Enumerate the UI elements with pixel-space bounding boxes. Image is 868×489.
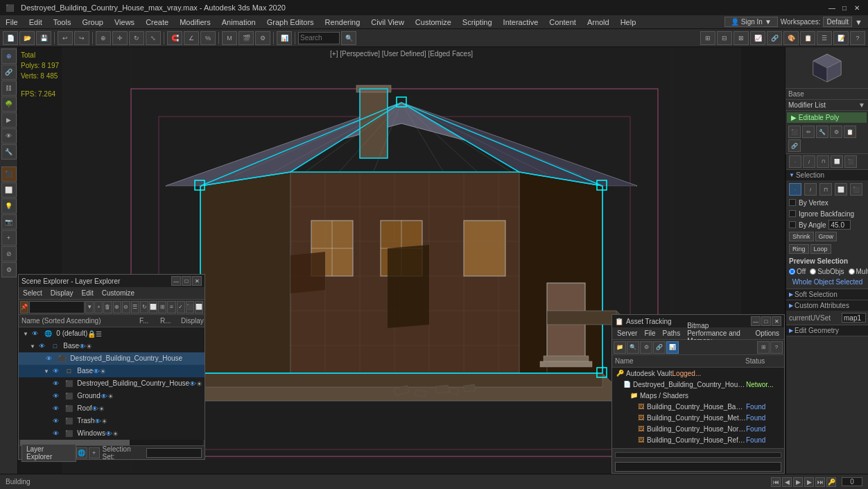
sel-border-btn[interactable]: ⊓ [819,183,832,196]
create-light-tool[interactable]: 💡 [1,198,17,214]
ap-minimize-btn[interactable]: — [751,316,761,326]
create-system-tool[interactable]: ⚙ [1,262,17,277]
select-tool[interactable]: ⊕ [1,49,17,64]
track-view-btn[interactable]: 📈 [750,31,765,45]
ap-row-maxfile[interactable]: 📄 Destroyed_Building_Country_House_max_v… [612,379,784,390]
currentuvset-input[interactable] [842,313,866,323]
ap-row-normal[interactable]: 🖼 Building_Country_House_Normal.png Foun… [612,423,784,434]
se-new-layer-btn[interactable]: + [94,301,103,314]
snap-btn[interactable]: 🧲 [167,31,182,45]
move-btn[interactable]: ✛ [112,31,128,45]
se-remove-btn[interactable]: ⊖ [122,301,130,314]
soft-selection-header[interactable]: ▶ Soft Selection [786,289,868,300]
se-menu-display[interactable]: Display [46,289,78,297]
se-eye2-base-child[interactable]: 👁 [93,368,100,375]
se-footer-layer-btn[interactable]: 🌐 [76,447,87,458]
ap-btn-5-active[interactable]: 📊 [666,341,679,354]
ap-btn-2[interactable]: 🔍 [627,341,639,354]
rp-icon-5[interactable]: 📋 [844,126,856,138]
schematic-btn[interactable]: 🔗 [767,31,782,45]
se-expand-0default[interactable]: ▼ [23,331,28,337]
se-eye2-roof[interactable]: 👁 [92,405,98,413]
se-option3-btn[interactable]: ≡ [167,301,175,314]
rp-icon-2[interactable]: ✏ [802,126,815,138]
rp-icon-1[interactable]: ⬛ [788,126,801,138]
rotate-btn[interactable]: ↻ [129,31,144,45]
se-delete-btn[interactable]: 🗑 [103,301,112,314]
edit-geometry-header[interactable]: ▶ Edit Geometry [786,325,868,336]
modifier-entry[interactable]: ▶ Editable Poly [787,112,867,123]
se-eye-0default[interactable]: 👁 [31,329,40,338]
link-tool[interactable]: 🔗 [1,65,17,80]
loop-btn[interactable]: Loop [810,244,831,254]
minimize-button[interactable]: — [826,2,837,13]
menu-graph-editors[interactable]: Graph Editors [261,15,320,29]
se-eye2-ground[interactable]: 👁 [101,393,107,400]
se-row-destroyed2[interactable]: 👁 ⬛ Destroyed_Building_Country_House 👁 ☀ [19,377,205,390]
se-option4-btn[interactable]: ✓ [177,301,185,314]
ap-row-maps[interactable]: 📁 Maps / Shaders [612,390,784,401]
ap-menu-server[interactable]: Server [614,329,641,337]
color-clipboard-btn[interactable]: 🎨 [783,31,799,45]
save-btn[interactable]: 💾 [36,31,51,45]
by-angle-checkbox[interactable] [789,221,796,228]
se-row-base-child[interactable]: ▼ 👁 □ Base 👁 ☀ [19,365,205,377]
menu-create[interactable]: Create [140,15,174,29]
ap-btn-help[interactable]: ? [770,341,783,354]
ignore-backfacing-checkbox[interactable] [789,210,796,217]
ap-path-input[interactable] [615,462,781,472]
max-script-btn[interactable]: 📝 [833,31,849,45]
sel-vertex-btn[interactable]: · [789,183,801,196]
se-expand-base-child[interactable]: ▼ [44,368,49,375]
hierarchy-tool[interactable]: 🌳 [1,96,17,112]
modifier-list-dropdown[interactable]: ▼ [858,101,865,109]
menu-arnold[interactable]: Arnold [582,15,615,29]
se-menu-edit[interactable]: Edit [78,289,98,297]
se-footer-tab[interactable]: Layer Explorer [21,444,76,462]
se-selection-set-input[interactable] [146,448,202,458]
menu-tools[interactable]: Tools [48,15,77,29]
motion-tool[interactable]: ▶ [1,112,17,128]
se-option6-btn[interactable]: ⬜ [195,301,203,314]
percent-snap-btn[interactable]: % [200,31,216,45]
se-search-field[interactable] [29,301,85,314]
preview-multi-radio[interactable] [849,268,855,275]
se-maximize-btn[interactable]: □ [182,276,191,286]
ap-btn-expand[interactable]: ⊞ [757,341,770,354]
menu-customize[interactable]: Customize [410,15,457,29]
angle-input[interactable] [828,220,851,230]
search-input[interactable] [298,32,340,44]
display-tool[interactable]: 👁 [1,128,17,144]
se-sync-btn[interactable]: ↻ [140,301,148,314]
rp-icon-3[interactable]: 🔧 [816,126,828,138]
menu-civil-view[interactable]: Civil View [365,15,409,29]
se-eye-destroyed[interactable]: 👁 [44,354,54,363]
se-row-destroyed[interactable]: 👁 ⬛ Destroyed_Building_Country_House [19,352,205,365]
sel-element-btn[interactable]: ⬛ [850,183,862,196]
anim-mode-btn[interactable]: ⏮ [771,477,781,487]
ap-close-btn[interactable]: ✕ [772,316,781,326]
se-row-windows[interactable]: 👁 ⬛ Windows 👁 ☀ [19,427,205,440]
maximize-button[interactable]: □ [839,2,850,13]
se-add-btn[interactable]: ⊕ [113,301,121,314]
se-eye-base[interactable]: 👁 [37,341,47,351]
subobj-edge-btn[interactable]: / [803,155,815,168]
grow-btn[interactable]: Grow [815,232,837,241]
bind-tool[interactable]: ⛓ [1,80,17,96]
se-menu-select[interactable]: Select [19,289,46,297]
subobj-vertex-btn[interactable]: · [789,155,801,168]
subobj-border-btn[interactable]: ⊓ [817,155,829,168]
ap-row-refraction[interactable]: 🖼 Building_Country_House_Refraction.png … [612,434,784,445]
mirror-btn[interactable]: ⊟ [717,31,732,45]
ap-maximize-btn[interactable]: □ [761,316,771,326]
menu-edit[interactable]: Edit [24,15,48,29]
preview-subobjs-radio[interactable] [810,268,816,275]
help-btn[interactable]: ? [850,31,865,45]
subobj-element-btn[interactable]: ⬛ [844,155,857,168]
se-eye-ground[interactable]: 👁 [51,391,61,401]
selection-header[interactable]: ▼ Selection [786,170,868,180]
se-row-base-parent[interactable]: ▼ 👁 □ Base 👁 ☀ [19,340,205,352]
se-eye2-trash[interactable]: 👁 [94,418,101,425]
layers-btn[interactable]: ☰ [817,31,832,45]
menu-file[interactable]: File [0,15,24,29]
